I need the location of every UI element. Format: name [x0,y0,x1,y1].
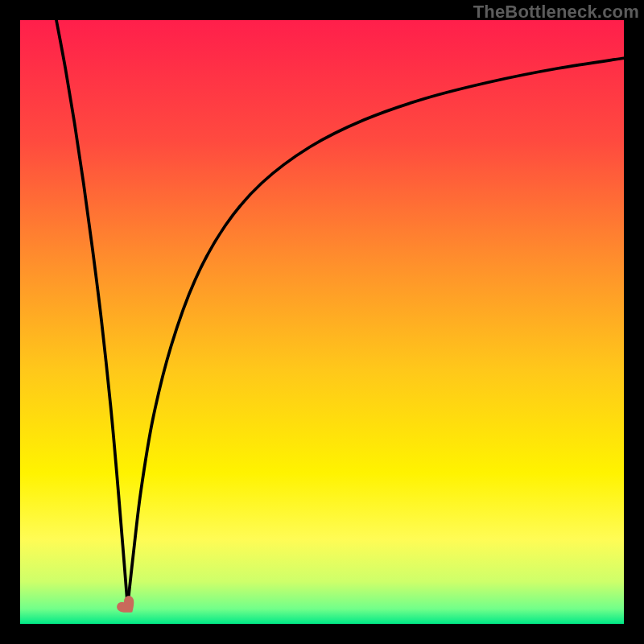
bottleneck-curve [20,20,624,624]
chart-plot-area [20,20,624,624]
